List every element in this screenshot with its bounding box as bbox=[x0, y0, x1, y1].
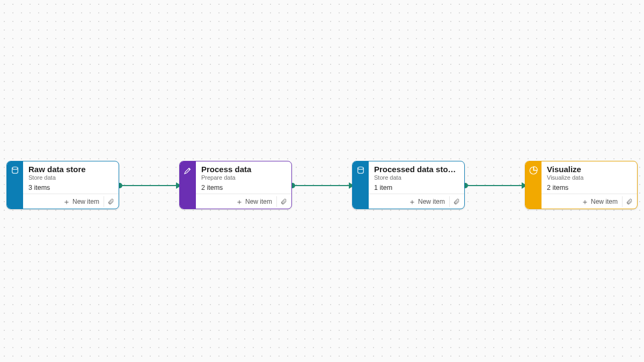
node-item-count: 3 items bbox=[28, 184, 113, 191]
node-item-count: 1 item bbox=[374, 184, 459, 191]
node-processed-data-store[interactable]: Processed data sto… Store data 1 item ＋ … bbox=[352, 161, 465, 209]
plus-icon: ＋ bbox=[236, 198, 243, 205]
paperclip-icon bbox=[626, 198, 633, 205]
node-raw-data-store[interactable]: Raw data store Store data 3 items ＋ New … bbox=[6, 161, 119, 209]
new-item-label: New item bbox=[72, 198, 99, 205]
node-title: Visualize bbox=[547, 165, 632, 174]
paperclip-icon bbox=[453, 198, 460, 205]
pie-chart-icon bbox=[525, 161, 541, 209]
node-subtitle: Store data bbox=[28, 174, 113, 181]
plus-icon: ＋ bbox=[63, 198, 70, 205]
database-icon bbox=[7, 161, 23, 209]
new-item-button[interactable]: ＋ New item bbox=[236, 198, 272, 205]
plus-icon: ＋ bbox=[581, 198, 589, 205]
new-item-button[interactable]: ＋ New item bbox=[63, 198, 99, 205]
new-item-button[interactable]: ＋ New item bbox=[581, 198, 618, 205]
new-item-label: New item bbox=[418, 198, 445, 205]
connector-line bbox=[120, 185, 177, 186]
new-item-label: New item bbox=[591, 198, 618, 205]
node-title: Raw data store bbox=[28, 165, 113, 174]
node-visualize[interactable]: Visualize Visualize data 2 items ＋ New i… bbox=[525, 161, 638, 209]
pipeline-canvas[interactable]: Raw data store Store data 3 items ＋ New … bbox=[0, 0, 644, 362]
node-title: Processed data sto… bbox=[374, 165, 459, 174]
connector-line bbox=[465, 185, 522, 186]
connector-line bbox=[292, 185, 349, 186]
node-subtitle: Store data bbox=[374, 174, 459, 181]
node-item-count: 2 items bbox=[547, 184, 632, 191]
database-icon bbox=[353, 161, 369, 209]
new-item-button[interactable]: ＋ New item bbox=[408, 198, 445, 205]
paperclip-icon bbox=[107, 198, 114, 205]
node-item-count: 2 items bbox=[201, 184, 286, 191]
brush-icon bbox=[180, 161, 196, 209]
plus-icon: ＋ bbox=[408, 198, 416, 205]
node-title: Process data bbox=[201, 165, 286, 174]
new-item-label: New item bbox=[245, 198, 272, 205]
node-subtitle: Visualize data bbox=[547, 174, 632, 181]
attach-button[interactable] bbox=[622, 196, 633, 207]
paperclip-icon bbox=[280, 198, 287, 205]
attach-button[interactable] bbox=[104, 196, 114, 207]
attach-button[interactable] bbox=[276, 196, 287, 207]
attach-button[interactable] bbox=[449, 196, 460, 207]
svg-point-1 bbox=[358, 167, 364, 169]
node-subtitle: Prepare data bbox=[201, 174, 286, 181]
node-process-data[interactable]: Process data Prepare data 2 items ＋ New … bbox=[179, 161, 292, 209]
svg-point-0 bbox=[12, 167, 18, 169]
